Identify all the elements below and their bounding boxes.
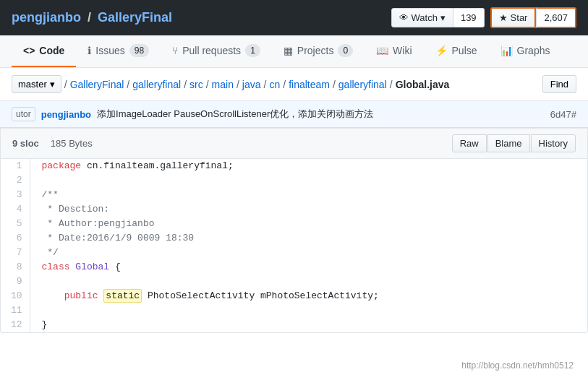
- line-code: [30, 274, 587, 289]
- tab-projects[interactable]: ▦ Projects 0: [272, 35, 365, 67]
- table-row: 8 class Global {: [1, 260, 587, 274]
- repo-title: pengjianbo / GalleryFinal: [12, 10, 172, 25]
- tab-pulse[interactable]: ⚡ Pulse: [424, 35, 489, 67]
- owner-link[interactable]: pengjianbo: [12, 10, 81, 25]
- watch-count: 139: [453, 8, 485, 27]
- table-row: 6 * Date:2016/1/9 0009 18:30: [1, 231, 587, 246]
- line-code: class Global {: [30, 260, 587, 274]
- breadcrumb-galleryfinal2[interactable]: galleryfinal: [132, 79, 181, 90]
- code-container: 1 package cn.finalteam.galleryfinal; 2 3…: [0, 158, 588, 333]
- breadcrumb-src[interactable]: src: [189, 79, 203, 90]
- tab-graphs[interactable]: 📊 Graphs: [489, 35, 562, 67]
- table-row: 2: [1, 173, 587, 188]
- line-number: 9: [1, 274, 30, 289]
- line-code: */: [30, 246, 587, 260]
- star-button[interactable]: ★ Star: [490, 7, 537, 28]
- pulse-icon: ⚡: [435, 45, 448, 56]
- raw-button[interactable]: Raw: [452, 134, 487, 152]
- line-code: * Author:pengjianbo: [30, 217, 587, 231]
- eye-icon: 👁: [399, 12, 409, 23]
- star-label: Star: [511, 12, 528, 23]
- table-row: 7 */: [1, 246, 587, 260]
- commit-author[interactable]: pengjianbo: [41, 109, 91, 120]
- nav-tabs: <> Code ℹ Issues 98 ⑂ Pull requests 1 ▦ …: [0, 35, 588, 68]
- graphs-icon: 📊: [500, 45, 513, 56]
- wiki-icon: 📖: [376, 45, 388, 56]
- separator: /: [88, 10, 95, 25]
- sloc-info: 9 sloc: [12, 138, 39, 149]
- table-row: 3 /**: [1, 188, 587, 202]
- tab-wiki[interactable]: 📖 Wiki: [365, 35, 423, 67]
- repo-link[interactable]: GalleryFinal: [98, 10, 172, 25]
- breadcrumb-galleryfinal[interactable]: GalleryFinal: [70, 79, 124, 90]
- project-icon: ▦: [284, 45, 293, 56]
- projects-count: 0: [338, 44, 353, 57]
- breadcrumb-java[interactable]: java: [242, 79, 261, 90]
- pr-icon: ⑂: [172, 45, 178, 56]
- line-code: /**: [30, 188, 587, 202]
- history-button[interactable]: History: [531, 134, 576, 152]
- blame-button[interactable]: Blame: [487, 134, 530, 152]
- table-row: 5 * Author:pengjianbo: [1, 217, 587, 231]
- pr-count: 1: [245, 44, 260, 57]
- line-number: 1: [1, 159, 30, 173]
- page-header: pengjianbo / GalleryFinal 👁 Watch ▾ 139 …: [0, 0, 588, 35]
- issues-count: 98: [129, 44, 149, 57]
- line-number: 4: [1, 202, 30, 217]
- star-group: ★ Star 2,607: [490, 7, 576, 28]
- line-code: * Date:2016/1/9 0009 18:30: [30, 231, 587, 246]
- branch-selector[interactable]: master ▾: [12, 75, 61, 93]
- line-code: [30, 303, 587, 318]
- code-icon: <>: [23, 45, 35, 56]
- breadcrumb-cn[interactable]: cn: [269, 79, 280, 90]
- line-code: [30, 173, 587, 188]
- breadcrumb-finalteam[interactable]: finalteam: [289, 79, 330, 90]
- line-code: public static PhotoSelectActivity mPhoto…: [30, 289, 587, 303]
- table-row: 4 * Desction:: [1, 202, 587, 217]
- tab-pull-requests[interactable]: ⑂ Pull requests 1: [161, 35, 272, 67]
- line-number: 10: [1, 289, 30, 303]
- line-number: 6: [1, 231, 30, 246]
- breadcrumb-filename: Global.java: [396, 79, 450, 90]
- file-meta-bar: 9 sloc 185 Bytes Raw Blame History: [0, 128, 588, 158]
- breadcrumb-main[interactable]: main: [212, 79, 234, 90]
- watch-group: 👁 Watch ▾ 139: [391, 8, 485, 27]
- table-row: 10 public static PhotoSelectActivity mPh…: [1, 289, 587, 303]
- line-code: package cn.finalteam.galleryfinal;: [30, 159, 587, 173]
- breadcrumb-bar: master ▾ / GalleryFinal / galleryfinal /…: [0, 68, 588, 101]
- table-row: 11: [1, 303, 587, 318]
- line-number: 11: [1, 303, 30, 318]
- star-count: 2,607: [536, 7, 576, 28]
- branch-label: master: [18, 79, 47, 90]
- watch-button[interactable]: 👁 Watch ▾: [391, 8, 453, 27]
- code-table: 1 package cn.finalteam.galleryfinal; 2 3…: [1, 159, 587, 332]
- line-code: * Desction:: [30, 202, 587, 217]
- header-actions: 👁 Watch ▾ 139 ★ Star 2,607: [391, 7, 576, 28]
- line-number: 8: [1, 260, 30, 274]
- line-number: 2: [1, 173, 30, 188]
- file-meta-info: 9 sloc 185 Bytes: [12, 138, 93, 149]
- commit-hash[interactable]: 6d47#: [550, 109, 576, 120]
- star-icon: ★: [499, 12, 508, 23]
- line-number: 12: [1, 318, 30, 332]
- line-code: }: [30, 318, 587, 332]
- line-number: 3: [1, 188, 30, 202]
- chevron-icon: ▾: [50, 79, 55, 90]
- contributor-label: utor: [12, 107, 35, 121]
- find-button[interactable]: Find: [542, 75, 576, 93]
- tab-code[interactable]: <> Code: [12, 35, 76, 67]
- table-row: 12 }: [1, 318, 587, 332]
- breadcrumb-galleryfinal3[interactable]: galleryfinal: [338, 79, 387, 90]
- chevron-down-icon: ▾: [440, 12, 446, 23]
- commit-message: 添加ImageLoader PauseOnScrollListener优化，添加…: [97, 108, 545, 121]
- table-row: 1 package cn.finalteam.galleryfinal;: [1, 159, 587, 173]
- size-info: 185 Bytes: [51, 138, 93, 149]
- watch-label: Watch: [412, 12, 438, 23]
- commit-bar: utor pengjianbo 添加ImageLoader PauseOnScr…: [0, 101, 588, 128]
- table-row: 9: [1, 274, 587, 289]
- file-actions: Raw Blame History: [452, 134, 576, 152]
- line-number: 7: [1, 246, 30, 260]
- tab-issues[interactable]: ℹ Issues 98: [76, 35, 161, 67]
- issue-icon: ℹ: [88, 45, 91, 56]
- line-number: 5: [1, 217, 30, 231]
